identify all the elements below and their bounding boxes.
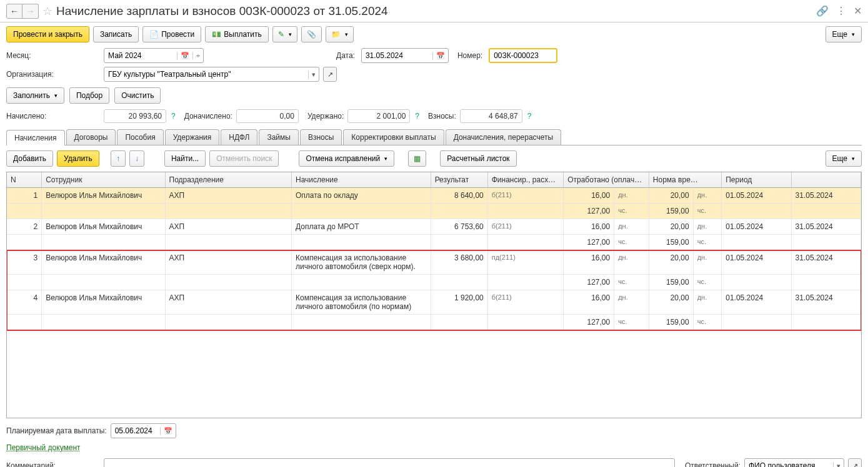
post-and-close-button[interactable]: Провести и закрыть (6, 26, 89, 42)
table-row[interactable]: 3Велюров Илья МихайловичАХПКомпенсация з… (7, 250, 861, 275)
tab-6[interactable]: Взносы (300, 129, 342, 145)
arrow-down-icon (135, 154, 139, 163)
close-icon[interactable]: ✕ (854, 5, 862, 17)
tab-7[interactable]: Корректировки выплаты (343, 129, 444, 145)
number-input[interactable] (490, 50, 556, 61)
paydate-input[interactable] (111, 425, 160, 436)
move-up-button[interactable] (111, 150, 126, 167)
number-label: Номер: (457, 51, 482, 60)
column-header[interactable]: Подразделение (165, 172, 291, 188)
column-header[interactable] (791, 172, 861, 188)
tab-0[interactable]: Начисления (6, 130, 65, 145)
open-org-button[interactable]: ↗ (323, 67, 337, 82)
addl-label: Доначислено: (184, 112, 232, 120)
kebab-menu-icon[interactable]: ⋮ (836, 5, 846, 17)
column-header[interactable]: Результат (431, 172, 487, 188)
pay-icon: 💵 (212, 30, 221, 39)
delete-row-button[interactable]: Удалить (57, 150, 99, 167)
table-row[interactable]: 4Велюров Илья МихайловичАХПКомпенсация з… (7, 290, 861, 315)
folder-icon: 📁 (331, 30, 341, 39)
clear-button[interactable]: Очистить (114, 87, 161, 104)
fill-button[interactable]: Заполнить (6, 87, 64, 104)
table-subrow[interactable]: 127,00чс.159,00чс. (7, 315, 861, 330)
accrued-value: 20 993,60 (104, 109, 166, 123)
link-icon[interactable]: 🔗 (816, 5, 829, 17)
month-input[interactable] (104, 50, 177, 61)
tab-4[interactable]: НДФЛ (221, 129, 257, 145)
table-row[interactable]: 2Велюров Илья МихайловичАХПДоплата до МР… (7, 219, 861, 235)
contrib-value: 4 648,87 (460, 109, 522, 123)
hint-icon[interactable]: ? (171, 112, 176, 120)
withheld-label: Удержано: (307, 112, 344, 120)
org-input[interactable] (104, 69, 308, 80)
tab-1[interactable]: Договоры (66, 129, 116, 145)
chevron-down-icon[interactable]: ▾ (833, 462, 844, 468)
month-stepper[interactable]: ÷ (192, 52, 203, 59)
paydate-label: Планируемая дата выплаты: (6, 426, 107, 435)
column-header[interactable]: Период (722, 172, 791, 188)
tab-3[interactable]: Удержания (165, 129, 220, 145)
grid-settings-button[interactable]: ▦ (408, 150, 426, 167)
add-row-button[interactable]: Добавить (6, 150, 53, 167)
open-responsible-button[interactable]: ↗ (848, 458, 862, 467)
org-label: Организация: (6, 70, 100, 79)
cancel-corrections-button[interactable]: Отмена исправлений (299, 150, 394, 167)
table-row[interactable]: 1Велюров Илья МихайловичАХПОплата по окл… (7, 188, 861, 204)
attach-button[interactable]: 📎 (301, 26, 322, 42)
pencil-icon: ✎ (278, 30, 284, 39)
accruals-grid[interactable]: NСотрудникПодразделениеНачислениеРезульт… (6, 172, 862, 418)
nav-forward-button[interactable]: → (22, 4, 39, 19)
post-button[interactable]: 📄Провести (142, 26, 201, 42)
calendar-icon[interactable]: 📅 (432, 52, 448, 60)
calendar-icon[interactable]: 📅 (177, 52, 192, 60)
primary-doc-link[interactable]: Первичный документ (6, 443, 81, 452)
table-subrow[interactable]: 127,00чс.159,00чс. (7, 275, 861, 290)
date-label: Дата: (336, 51, 355, 60)
window-title: Начисление зарплаты и взносов 00ЗК-00002… (56, 4, 816, 18)
column-header[interactable]: Финансир., расходы (487, 172, 563, 188)
comment-input[interactable] (104, 460, 674, 467)
find-button[interactable]: Найти... (164, 150, 206, 167)
post-icon: 📄 (149, 30, 159, 39)
responsible-label: Ответственный: (685, 461, 741, 467)
hint-icon[interactable]: ? (415, 112, 419, 120)
addl-value: 0,00 (236, 109, 299, 123)
grid-more-button[interactable]: Еще (826, 150, 862, 167)
table-subrow[interactable]: 127,00чс.159,00чс. (7, 204, 861, 219)
date-input[interactable] (362, 50, 432, 61)
chevron-down-icon[interactable]: ▾ (308, 71, 319, 79)
column-header[interactable]: Норма вре… (649, 172, 721, 188)
save-button[interactable]: Записать (93, 26, 139, 42)
comment-label: Комментарий: (6, 461, 100, 467)
column-header[interactable]: N (7, 172, 42, 188)
tab-5[interactable]: Займы (259, 129, 299, 145)
calendar-icon[interactable]: 📅 (160, 427, 176, 435)
tab-8[interactable]: Доначисления, перерасчеты (446, 129, 561, 145)
hint-icon[interactable]: ? (527, 112, 532, 120)
tab-2[interactable]: Пособия (117, 129, 163, 145)
more-button[interactable]: Еще (826, 26, 862, 42)
move-down-button[interactable] (129, 150, 144, 167)
nav-back-button[interactable]: ← (6, 4, 22, 19)
select-button[interactable]: Подбор (69, 87, 109, 104)
favorite-star-icon[interactable]: ☆ (42, 4, 52, 18)
column-header[interactable]: Сотрудник (42, 172, 165, 188)
cancel-search-button: Отменить поиск (209, 150, 279, 167)
grid-icon: ▦ (414, 154, 421, 163)
edit-dropdown-button[interactable]: ✎ (272, 26, 297, 42)
column-header[interactable]: Отработано (оплаче… (564, 172, 649, 188)
contrib-label: Взносы: (428, 112, 456, 120)
arrow-up-icon (116, 154, 120, 163)
paperclip-icon: 📎 (307, 30, 316, 39)
folder-dropdown-button[interactable]: 📁 (326, 26, 354, 42)
pay-button[interactable]: 💵Выплатить (205, 26, 269, 42)
table-subrow[interactable]: 127,00чс.159,00чс. (7, 235, 861, 250)
withheld-value: 2 001,00 (347, 109, 410, 123)
month-label: Месяц: (6, 51, 100, 60)
accrued-label: Начислено: (6, 112, 100, 120)
responsible-input[interactable] (745, 460, 833, 467)
payslip-button[interactable]: Расчетный листок (440, 150, 516, 167)
column-header[interactable]: Начисление (291, 172, 431, 188)
